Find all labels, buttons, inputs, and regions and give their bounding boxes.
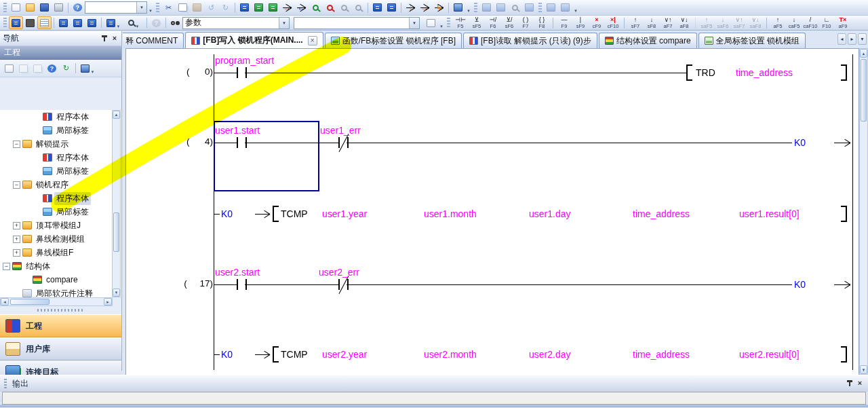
instruction-mnemonic[interactable]: TCMP: [281, 208, 308, 220]
ladder-symbol-button[interactable]: ⊣/ F6: [485, 16, 501, 30]
sim-find-button[interactable]: [508, 1, 522, 14]
scroll-right-button[interactable]: ▸: [104, 298, 112, 305]
sim-step-button[interactable]: [522, 1, 536, 14]
copy-button[interactable]: [176, 1, 190, 14]
tab-close-button[interactable]: ×: [308, 36, 317, 45]
ladder-symbol-button[interactable]: { } F8: [534, 16, 550, 30]
copy-data-button[interactable]: [16, 62, 31, 75]
ladder-symbol-button[interactable]: ( ) F7: [517, 16, 534, 30]
read-from-plc-button[interactable]: [252, 1, 266, 14]
tree-expander[interactable]: +: [13, 249, 20, 257]
instruction-operand[interactable]: user2.result[0]: [739, 348, 800, 360]
open-project-button[interactable]: [23, 1, 37, 14]
nc-contact[interactable]: [338, 279, 340, 290]
monitor-stop-button[interactable]: [323, 1, 337, 14]
tree-item[interactable]: 程序本体: [0, 191, 121, 205]
pin-button[interactable]: [101, 35, 108, 42]
toolbar-grip[interactable]: [474, 3, 477, 13]
scroll-up-button[interactable]: ▴: [113, 111, 120, 119]
instruction-operand[interactable]: user1.year: [322, 208, 367, 220]
verify-plc-button[interactable]: [266, 1, 280, 14]
print-button[interactable]: [52, 1, 66, 14]
jump-next-button[interactable]: ↳: [432, 1, 446, 14]
instruction-operand[interactable]: user2.day: [529, 348, 570, 360]
property-button[interactable]: [45, 62, 59, 75]
tree-expander[interactable]: −: [13, 141, 20, 148]
pointer-label[interactable]: K0: [221, 348, 233, 360]
tab-list-button[interactable]: ▾: [858, 33, 867, 45]
tree-item[interactable]: − 解锁提示: [0, 137, 121, 151]
watch-start-button[interactable]: [337, 1, 351, 14]
instruction-mnemonic[interactable]: TCMP: [281, 348, 308, 360]
ladder-symbol-button[interactable]: ⊻ sF5: [469, 16, 485, 30]
save-button[interactable]: [37, 1, 52, 14]
panel-splitter[interactable]: [0, 306, 122, 314]
instruction-operand[interactable]: user1.result[0]: [739, 208, 800, 220]
toolbar-grip[interactable]: [156, 3, 159, 13]
new-project-button[interactable]: [9, 1, 23, 14]
convert-button[interactable]: →: [280, 1, 294, 14]
tree-expander[interactable]: +: [13, 236, 20, 243]
help-button[interactable]: [71, 1, 85, 14]
toolbar-grip[interactable]: [3, 18, 7, 28]
device-display-button[interactable]: [370, 1, 384, 14]
toolbar-overflow-button[interactable]: [572, 1, 579, 14]
scroll-up-button[interactable]: ▴: [860, 49, 867, 58]
navigation-toggle-button[interactable]: [9, 16, 23, 29]
scroll-down-button[interactable]: ▾: [113, 289, 120, 297]
pointer-label[interactable]: K0: [221, 208, 233, 220]
ladder-symbol-button[interactable]: ↑ aF5: [770, 16, 786, 30]
toolbar-overflow-button[interactable]: [147, 1, 154, 14]
panel-drag-handle[interactable]: [4, 379, 7, 388]
instruction-operand[interactable]: user1.day: [529, 208, 570, 220]
refresh-button[interactable]: [59, 62, 73, 75]
tree-expander[interactable]: −: [13, 181, 20, 189]
ladder-symbol-button[interactable]: × cF9: [589, 16, 605, 30]
scrollbar-thumb[interactable]: [861, 59, 867, 122]
device-batch-button[interactable]: [384, 1, 399, 14]
jump-pointer-label[interactable]: K0: [794, 136, 806, 149]
cut-button[interactable]: [161, 1, 176, 14]
tree-expander[interactable]: +: [13, 222, 20, 229]
contact-label[interactable]: user2.start: [215, 266, 260, 278]
ladder-symbol-button[interactable]: T× aF9: [835, 16, 851, 30]
contact-label[interactable]: program_start: [215, 54, 274, 67]
security-monitor-button[interactable]: [451, 1, 465, 14]
ladder-symbol-button[interactable]: ∨↑ aF7: [660, 16, 676, 30]
jump-down-button[interactable]: ↓: [403, 1, 418, 14]
jump-pointer-label[interactable]: K0: [794, 278, 806, 291]
scroll-left-button[interactable]: ◂: [1, 298, 9, 305]
jump-right-button[interactable]: →: [418, 1, 432, 14]
ladder-symbol-button[interactable]: / caF10: [802, 16, 818, 30]
module-config-button[interactable]: [23, 16, 37, 29]
instruction-operand[interactable]: user2.year: [322, 348, 367, 360]
contact-label[interactable]: user1_err: [320, 124, 361, 136]
device-find-button[interactable]: [56, 16, 71, 29]
tree-item[interactable]: 程序本体: [0, 110, 121, 124]
ladder-symbol-button[interactable]: ∨↑ saF7: [731, 16, 747, 30]
document-tab[interactable]: 释 COMMENT ×: [123, 33, 184, 48]
tree-item[interactable]: 局部标签: [0, 164, 121, 178]
ladder-symbol-button[interactable]: ×| cF10: [605, 16, 621, 30]
scrollbar-thumb[interactable]: [10, 299, 50, 305]
ladder-editor[interactable]: ( 0) program_start TRD time_address ( 4)…: [126, 49, 859, 375]
instruction-operand[interactable]: time_address: [633, 208, 690, 220]
paste-data-button[interactable]: [31, 62, 45, 75]
instruction-mnemonic[interactable]: TRD: [696, 67, 715, 79]
ladder-symbol-button[interactable]: — F9: [556, 16, 572, 30]
ladder-symbol-button[interactable]: ↓ saF6: [715, 16, 731, 30]
scroll-down-button[interactable]: ▾: [860, 365, 867, 374]
tab-scroll-left-button[interactable]: ◂: [837, 33, 846, 45]
device-network-button[interactable]: [85, 16, 99, 29]
document-tab[interactable]: [FB]写入 锁机程序(MAIN.... ×: [185, 32, 323, 48]
quick-find-combo[interactable]: [85, 1, 147, 14]
find-target-combo[interactable]: [294, 17, 420, 29]
find-in-document-button[interactable]: [424, 16, 438, 29]
contact[interactable]: [237, 137, 238, 148]
convert-back-button[interactable]: ←: [294, 1, 309, 14]
toolbar-overflow-button[interactable]: [465, 1, 472, 14]
debug-watch-button[interactable]: [558, 1, 572, 14]
ladder-symbol-button[interactable]: ∟ F10: [818, 16, 835, 30]
device-watch-dropdown[interactable]: [104, 16, 124, 29]
ladder-symbol-button[interactable]: ⊻/ sF6: [501, 16, 517, 30]
